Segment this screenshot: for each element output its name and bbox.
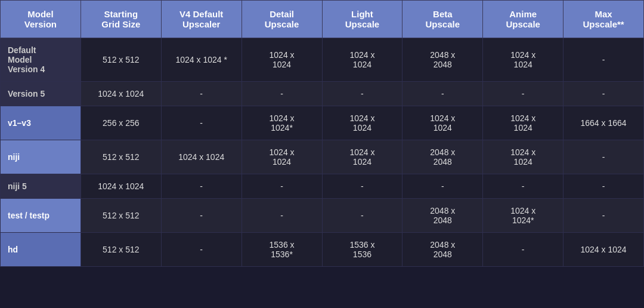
cell-6-model: hd <box>1 233 81 267</box>
cell-2-model: v1–v3 <box>1 106 81 140</box>
cell-6-starting_grid: 512 x 512 <box>80 233 161 267</box>
col-header-max: MaxUpscale** <box>564 1 644 38</box>
cell-3-starting_grid: 512 x 512 <box>80 140 161 174</box>
cell-6-max: 1024 x 1024 <box>564 233 644 267</box>
cell-2-beta: 1024 x1024 <box>402 106 483 140</box>
cell-5-anime: 1024 x1024* <box>483 199 564 233</box>
cell-4-v4_default: - <box>161 174 242 199</box>
table-header-row: ModelVersion StartingGrid Size V4 Defaul… <box>1 1 644 38</box>
cell-3-beta: 2048 x2048 <box>402 140 483 174</box>
cell-3-max: - <box>564 140 644 174</box>
table-body: DefaultModelVersion 4512 x 5121024 x 102… <box>1 38 644 267</box>
cell-6-anime: - <box>483 233 564 267</box>
cell-1-detail: - <box>242 82 322 106</box>
cell-5-beta: 2048 x2048 <box>402 199 483 233</box>
table-row: v1–v3256 x 256-1024 x1024*1024 x10241024… <box>1 106 644 140</box>
cell-4-anime: - <box>483 174 564 199</box>
cell-0-model: DefaultModelVersion 4 <box>1 38 81 82</box>
cell-4-max: - <box>564 174 644 199</box>
cell-3-anime: 1024 x1024 <box>483 140 564 174</box>
cell-2-light: 1024 x1024 <box>322 106 402 140</box>
table-row: test / testp512 x 512---2048 x20481024 x… <box>1 199 644 233</box>
upscale-comparison-table: ModelVersion StartingGrid Size V4 Defaul… <box>0 0 644 267</box>
cell-2-starting_grid: 256 x 256 <box>80 106 161 140</box>
cell-1-anime: - <box>483 82 564 106</box>
col-header-light: LightUpscale <box>322 1 402 38</box>
cell-0-detail: 1024 x1024 <box>242 38 322 82</box>
table-row: DefaultModelVersion 4512 x 5121024 x 102… <box>1 38 644 82</box>
table-row: Version 51024 x 1024------ <box>1 82 644 106</box>
cell-6-v4_default: - <box>161 233 242 267</box>
cell-5-model: test / testp <box>1 199 81 233</box>
cell-5-max: - <box>564 199 644 233</box>
cell-0-starting_grid: 512 x 512 <box>80 38 161 82</box>
cell-4-beta: - <box>402 174 483 199</box>
table-row: hd512 x 512-1536 x1536*1536 x15362048 x2… <box>1 233 644 267</box>
col-header-starting-grid: StartingGrid Size <box>80 1 161 38</box>
cell-2-detail: 1024 x1024* <box>242 106 322 140</box>
cell-6-light: 1536 x1536 <box>322 233 402 267</box>
cell-3-detail: 1024 x1024 <box>242 140 322 174</box>
cell-3-model: niji <box>1 140 81 174</box>
cell-6-detail: 1536 x1536* <box>242 233 322 267</box>
cell-3-v4_default: 1024 x 1024 <box>161 140 242 174</box>
cell-4-model: niji 5 <box>1 174 81 199</box>
col-header-detail: DetailUpscale <box>242 1 322 38</box>
cell-0-max: - <box>564 38 644 82</box>
cell-2-v4_default: - <box>161 106 242 140</box>
cell-0-v4_default: 1024 x 1024 * <box>161 38 242 82</box>
col-header-model: ModelVersion <box>1 1 81 38</box>
cell-3-light: 1024 x1024 <box>322 140 402 174</box>
cell-1-max: - <box>564 82 644 106</box>
cell-0-light: 1024 x1024 <box>322 38 402 82</box>
col-header-anime: AnimeUpscale <box>483 1 564 38</box>
cell-4-detail: - <box>242 174 322 199</box>
cell-5-starting_grid: 512 x 512 <box>80 199 161 233</box>
cell-1-starting_grid: 1024 x 1024 <box>80 82 161 106</box>
cell-0-beta: 2048 x2048 <box>402 38 483 82</box>
cell-1-light: - <box>322 82 402 106</box>
cell-4-starting_grid: 1024 x 1024 <box>80 174 161 199</box>
cell-5-v4_default: - <box>161 199 242 233</box>
cell-4-light: - <box>322 174 402 199</box>
table-row: niji512 x 5121024 x 10241024 x10241024 x… <box>1 140 644 174</box>
cell-1-model: Version 5 <box>1 82 81 106</box>
table-row: niji 51024 x 1024------ <box>1 174 644 199</box>
col-header-v4-default: V4 DefaultUpscaler <box>161 1 242 38</box>
cell-1-v4_default: - <box>161 82 242 106</box>
cell-6-beta: 2048 x2048 <box>402 233 483 267</box>
cell-5-light: - <box>322 199 402 233</box>
cell-0-anime: 1024 x1024 <box>483 38 564 82</box>
cell-1-beta: - <box>402 82 483 106</box>
cell-5-detail: - <box>242 199 322 233</box>
col-header-beta: BetaUpscale <box>402 1 483 38</box>
cell-2-max: 1664 x 1664 <box>564 106 644 140</box>
cell-2-anime: 1024 x1024 <box>483 106 564 140</box>
